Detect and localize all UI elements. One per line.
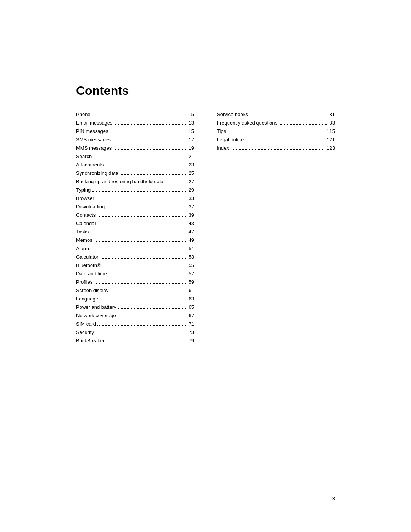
toc-label: Security	[76, 329, 94, 335]
toc-page: 123	[327, 145, 335, 151]
toc-label: Typing	[76, 187, 91, 193]
toc-label: Search	[76, 153, 92, 159]
toc-entry: Index123	[217, 145, 335, 151]
toc-label: Alarm	[76, 246, 89, 251]
toc-dots	[112, 141, 187, 141]
toc-dots	[114, 124, 187, 125]
toc-label: Network coverage	[76, 313, 116, 318]
toc-dots	[245, 141, 325, 141]
toc-container: Phone5Email messages13PIN messages15SMS …	[76, 112, 335, 346]
toc-dots	[98, 225, 187, 225]
toc-page: 33	[189, 195, 194, 201]
toc-page: 37	[189, 204, 194, 209]
toc-entry: Email messages13	[76, 120, 194, 126]
toc-entry: Memos49	[76, 237, 194, 243]
toc-page: 115	[327, 128, 335, 134]
toc-page: 55	[189, 262, 194, 268]
toc-entry: Contacts39	[76, 212, 194, 218]
page-number: 3	[332, 496, 335, 502]
toc-page: 79	[189, 338, 194, 343]
toc-page: 49	[189, 237, 194, 243]
toc-left-column: Phone5Email messages13PIN messages15SMS …	[76, 112, 194, 346]
toc-entry: Power and battery65	[76, 304, 194, 310]
toc-page: 19	[189, 145, 194, 151]
toc-entry: Synchronizing data25	[76, 170, 194, 176]
toc-entry: Tips115	[217, 128, 335, 134]
toc-label: SMS messages	[76, 137, 111, 142]
toc-label: MMS messages	[76, 145, 112, 151]
toc-page: 43	[189, 220, 194, 226]
toc-label: PIN messages	[76, 128, 108, 134]
toc-page: 47	[189, 229, 194, 235]
toc-page: 63	[189, 296, 194, 302]
toc-dots	[105, 166, 187, 166]
toc-dots	[97, 216, 187, 217]
toc-page: 21	[189, 153, 194, 159]
toc-label: Tasks	[76, 229, 89, 235]
toc-dots	[92, 116, 190, 116]
toc-dots	[279, 124, 328, 125]
toc-dots	[110, 292, 187, 292]
toc-entry: Frequently asked questions83	[217, 120, 335, 126]
toc-dots	[94, 241, 187, 242]
toc-label: Synchronizing data	[76, 170, 118, 176]
toc-dots	[93, 158, 187, 158]
toc-entry: Profiles59	[76, 279, 194, 285]
toc-entry: PIN messages15	[76, 128, 194, 134]
toc-page: 57	[189, 271, 194, 276]
toc-label: Language	[76, 296, 98, 302]
toc-label: Frequently asked questions	[217, 120, 277, 126]
toc-dots	[108, 275, 187, 275]
toc-entry: Calendar43	[76, 220, 194, 226]
toc-page: 29	[189, 187, 194, 193]
toc-label: Contacts	[76, 212, 96, 218]
toc-page: 53	[189, 254, 194, 260]
toc-entry: Network coverage67	[76, 313, 194, 318]
toc-label: Browser	[76, 195, 94, 201]
toc-label: Memos	[76, 237, 92, 243]
toc-dots	[118, 317, 187, 317]
toc-dots	[228, 133, 325, 133]
toc-label: SIM card	[76, 321, 96, 327]
toc-entry: Screen display61	[76, 288, 194, 293]
toc-dots	[94, 283, 187, 284]
toc-label: Profiles	[76, 279, 92, 285]
toc-dots	[100, 258, 187, 259]
toc-entry: Phone5	[76, 112, 194, 117]
toc-dots	[96, 200, 187, 200]
toc-page: 73	[189, 329, 194, 335]
toc-dots	[90, 233, 187, 233]
toc-entry: Alarm51	[76, 246, 194, 251]
toc-dots	[165, 183, 187, 183]
toc-page: 13	[189, 120, 194, 126]
toc-page: 81	[330, 112, 335, 117]
toc-label: Tips	[217, 128, 226, 134]
toc-entry: Service books81	[217, 112, 335, 117]
toc-page: 65	[189, 304, 194, 310]
toc-dots	[250, 116, 328, 116]
toc-dots	[118, 308, 187, 309]
toc-page: 71	[189, 321, 194, 327]
toc-page: 15	[189, 128, 194, 134]
toc-entry: SMS messages17	[76, 137, 194, 142]
toc-entry: Attachments23	[76, 162, 194, 168]
toc-dots	[97, 325, 187, 326]
toc-entry: Typing29	[76, 187, 194, 193]
toc-label: Email messages	[76, 120, 112, 126]
toc-entry: Tasks47	[76, 229, 194, 235]
toc-dots	[100, 300, 187, 300]
toc-label: Power and battery	[76, 304, 116, 310]
toc-label: Bluetooth®	[76, 262, 101, 268]
toc-label: Service books	[217, 112, 248, 117]
toc-entry: Backing up and restoring handheld data27	[76, 179, 194, 184]
toc-page: 121	[327, 137, 335, 142]
toc-entry: Legal notice121	[217, 137, 335, 142]
toc-dots	[102, 267, 187, 267]
toc-dots	[106, 208, 187, 208]
toc-label: Backing up and restoring handheld data	[76, 179, 164, 184]
toc-label: Date and time	[76, 271, 107, 276]
toc-entry: Search21	[76, 153, 194, 159]
toc-dots	[110, 133, 187, 133]
toc-dots	[106, 342, 187, 342]
toc-label: Phone	[76, 112, 91, 117]
